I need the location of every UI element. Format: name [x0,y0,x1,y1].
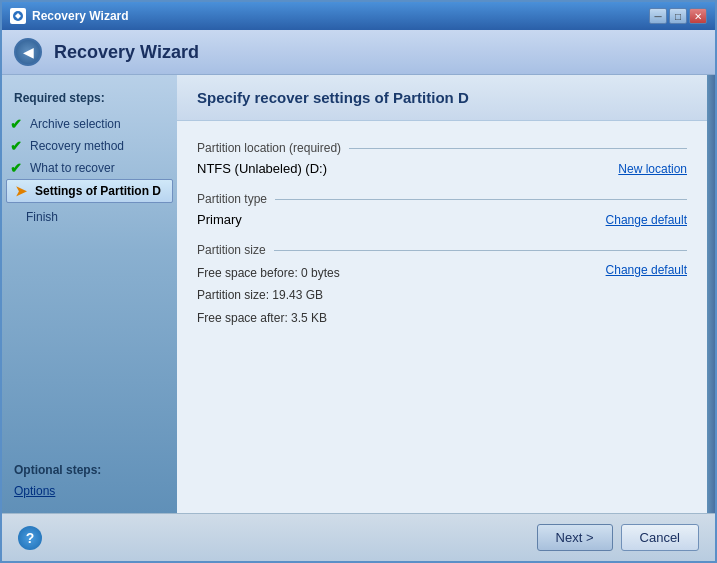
section-divider [349,148,687,149]
sidebar-item-label: What to recover [30,161,115,175]
sidebar-required-header: Required steps: [2,87,177,113]
close-button[interactable]: ✕ [689,8,707,24]
window: Recovery Wizard ─ □ ✕ ◀ Recovery Wizard … [0,0,717,563]
change-default-type-link[interactable]: Change default [606,213,687,227]
partition-type-value: Primary [197,212,242,227]
title-bar-buttons: ─ □ ✕ [649,8,707,24]
partition-size-header: Partition size [197,243,687,257]
check-icon: ✔ [10,116,26,132]
partition-size-section: Partition size Free space before: 0 byte… [197,243,687,330]
check-icon: ✔ [10,160,26,176]
content-header: Specify recover settings of Partition D [177,75,707,121]
partition-type-header: Partition type [197,192,687,206]
check-icon: ✔ [10,138,26,154]
partition-location-row: NTFS (Unlabeled) (D:) New location [197,161,687,176]
sidebar-item-what-to-recover[interactable]: ✔ What to recover [2,157,177,179]
partition-location-label: Partition location (required) [197,141,341,155]
partition-size-value: Partition size: 19.43 GB [197,285,340,305]
wizard-header: ◀ Recovery Wizard [2,30,715,75]
minimize-button[interactable]: ─ [649,8,667,24]
sidebar-finish-label: Finish [26,210,58,224]
arrow-icon: ➤ [15,183,31,199]
partition-size-row: Free space before: 0 bytes Partition siz… [197,263,687,330]
sidebar-item-label: Archive selection [30,117,121,131]
sidebar-optional-header: Optional steps: [2,455,177,481]
sidebar-item-label: Settings of Partition D [35,184,161,198]
wizard-title: Recovery Wizard [54,42,199,63]
sidebar-item-archive-selection[interactable]: ✔ Archive selection [2,113,177,135]
app-icon [10,8,26,24]
content-panel: Specify recover settings of Partition D … [177,75,707,513]
title-bar: Recovery Wizard ─ □ ✕ [2,2,715,30]
footer-left: ? [18,526,529,550]
next-button[interactable]: Next > [537,524,613,551]
partition-location-section: Partition location (required) NTFS (Unla… [197,141,687,176]
footer: ? Next > Cancel [2,513,715,561]
help-button[interactable]: ? [18,526,42,550]
sidebar: Required steps: ✔ Archive selection ✔ Re… [2,75,177,513]
free-space-before: Free space before: 0 bytes [197,263,340,283]
sidebar-item-settings-partition[interactable]: ➤ Settings of Partition D [6,179,173,203]
main-container: Required steps: ✔ Archive selection ✔ Re… [2,75,715,513]
content-body: Partition location (required) NTFS (Unla… [177,121,707,513]
partition-type-row: Primary Change default [197,212,687,227]
sidebar-item-recovery-method[interactable]: ✔ Recovery method [2,135,177,157]
right-edge-decoration [707,75,715,513]
title-bar-text: Recovery Wizard [32,9,649,23]
free-space-after: Free space after: 3.5 KB [197,308,340,328]
new-location-link[interactable]: New location [618,162,687,176]
sidebar-item-finish[interactable]: Finish [2,207,177,227]
section-divider [274,250,687,251]
sidebar-item-label: Recovery method [30,139,124,153]
sidebar-options-link[interactable]: Options [2,481,177,501]
change-default-size-link[interactable]: Change default [606,263,687,277]
section-divider [275,199,687,200]
back-button[interactable]: ◀ [14,38,42,66]
partition-location-header: Partition location (required) [197,141,687,155]
page-title: Specify recover settings of Partition D [197,89,469,106]
partition-location-value: NTFS (Unlabeled) (D:) [197,161,327,176]
cancel-button[interactable]: Cancel [621,524,699,551]
partition-size-label: Partition size [197,243,266,257]
partition-type-section: Partition type Primary Change default [197,192,687,227]
partition-size-info: Free space before: 0 bytes Partition siz… [197,263,340,330]
maximize-button[interactable]: □ [669,8,687,24]
partition-type-label: Partition type [197,192,267,206]
